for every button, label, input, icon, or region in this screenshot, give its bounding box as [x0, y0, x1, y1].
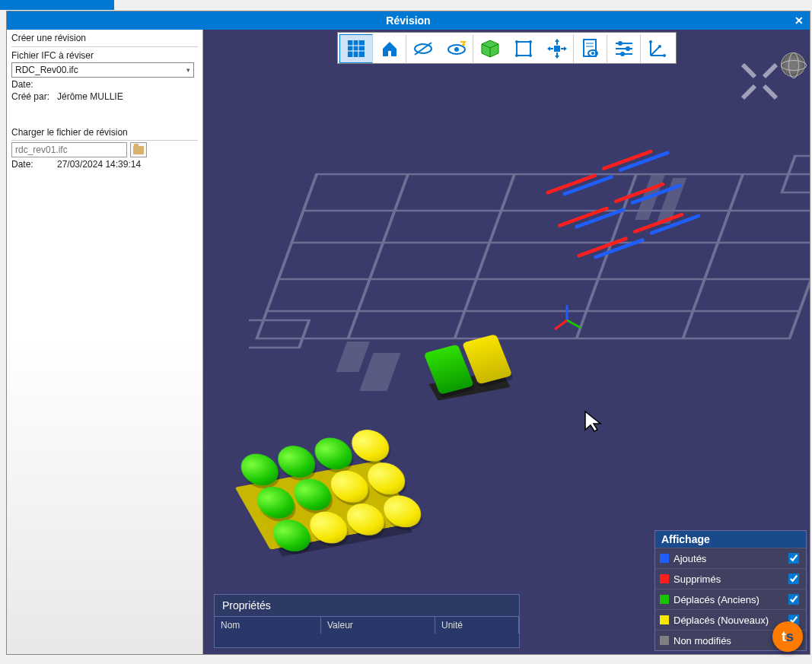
col-name[interactable]: Nom	[215, 617, 321, 634]
legend-swatch	[660, 615, 669, 624]
load-revision-title: Charger le fichier de révision	[11, 127, 198, 141]
legend-item: Ajoutés	[655, 548, 806, 568]
svg-rect-48	[359, 353, 400, 391]
app-logo-icon: ts	[772, 621, 803, 652]
legend-swatch	[660, 636, 669, 645]
legend-item: Déplacés (Anciens)	[655, 589, 806, 609]
legend-label: Ajoutés	[673, 553, 785, 564]
3d-viewport[interactable]: Propriétés Nom Valeur Unité Affichage Aj…	[203, 30, 810, 654]
col-value[interactable]: Valeur	[321, 617, 435, 634]
background-tab	[0, 0, 114, 10]
ifc-file-dropdown[interactable]: RDC_Rev00.ifc	[11, 62, 194, 78]
legend-checkbox[interactable]	[788, 553, 799, 564]
titlebar: Révision ✕	[7, 11, 810, 30]
legend-swatch	[660, 595, 669, 604]
legend-item: Supprimés	[655, 568, 806, 589]
legend-swatch	[660, 554, 669, 563]
legend-label: Supprimés	[673, 573, 785, 585]
revision-file-input[interactable]	[11, 142, 127, 157]
close-icon[interactable]: ✕	[794, 14, 804, 27]
created-by-label: Créé par:	[11, 91, 57, 102]
window-title: Révision	[386, 14, 430, 27]
legend-label: Non modifiés	[673, 635, 785, 647]
created-by-value: Jérôme MULLIE	[57, 91, 198, 102]
date-value	[57, 79, 198, 90]
svg-line-41	[348, 174, 408, 338]
browse-button[interactable]	[130, 142, 147, 157]
ifc-file-selected: RDC_Rev00.ifc	[15, 65, 78, 75]
create-revision-title: Créer une révision	[11, 31, 198, 47]
folder-icon	[133, 146, 144, 154]
properties-title: Propriétés	[215, 595, 519, 617]
ifc-file-label: Fichier IFC à réviser	[11, 50, 198, 61]
legend-checkbox[interactable]	[788, 573, 799, 584]
legend-swatch	[660, 574, 669, 583]
svg-line-53	[555, 320, 567, 329]
legend-checkbox[interactable]	[788, 594, 799, 605]
date-label: Date:	[11, 79, 57, 90]
legend-label: Déplacés (Anciens)	[673, 594, 785, 605]
legend-label: Déplacés (Nouveaux)	[673, 615, 785, 626]
svg-line-52	[567, 320, 581, 328]
properties-panel: Propriétés Nom Valeur Unité	[214, 594, 520, 648]
axis-gizmo-icon	[552, 303, 582, 334]
load-date-label: Date:	[11, 159, 57, 170]
revision-window: Révision ✕ Créer une révision Fichier IF…	[6, 11, 810, 655]
svg-rect-47	[336, 342, 370, 372]
col-unit[interactable]: Unité	[435, 617, 519, 634]
legend-title: Affichage	[655, 531, 806, 548]
sidebar: Créer une révision Fichier IFC à réviser…	[7, 30, 203, 654]
load-date-value: 27/03/2024 14:39:14	[57, 159, 198, 170]
svg-line-42	[454, 174, 514, 338]
